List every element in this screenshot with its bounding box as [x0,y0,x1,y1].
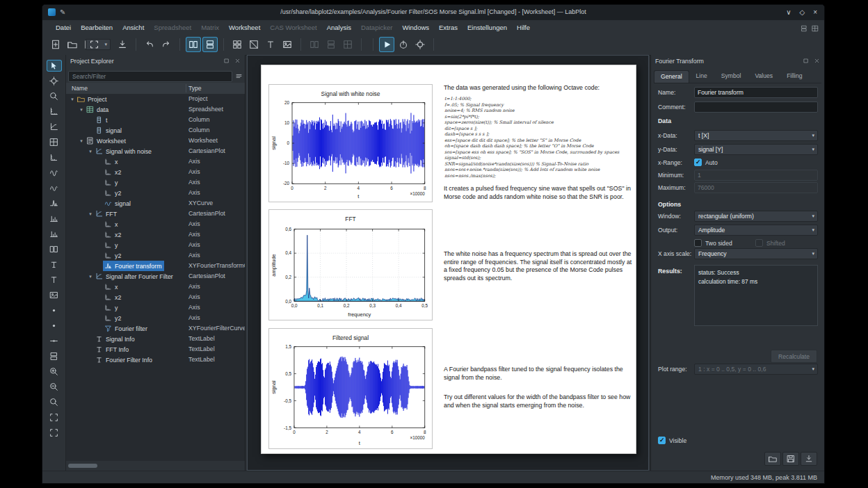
add-axis-button[interactable] [47,152,62,163]
navigate-mode-button[interactable] [379,37,394,52]
add-reference-range-button[interactable] [47,350,62,362]
tab-values[interactable]: Values [748,70,780,83]
expander-icon[interactable]: ▾ [87,274,94,279]
menu-ansicht[interactable]: Ansicht [118,22,149,33]
close-panel-icon[interactable] [234,58,241,65]
crosshair-mode-button[interactable] [47,75,62,87]
tree-item[interactable]: y [103,240,120,250]
x-data-select[interactable]: t [X] [694,130,818,141]
menu-worksheet[interactable]: Worksheet [224,22,265,33]
tree-item[interactable]: x2 [103,292,124,302]
y-data-select[interactable]: signal [Y] [694,144,818,155]
dock-layout-icon[interactable] [812,22,819,35]
add-image-button[interactable] [47,289,62,301]
save-config-button[interactable] [782,452,799,466]
zoom-in-button[interactable] [47,366,62,377]
tree-item[interactable]: Signal Info [94,334,138,344]
column-divider[interactable] [186,84,186,92]
octave-code-block[interactable]: t=1:1:4000;f=.05; % Signal frequencynois… [444,96,634,179]
add-bar-plot-button[interactable] [47,228,62,240]
tree-item[interactable]: y2 [103,250,124,261]
float-panel-icon[interactable] [223,58,230,65]
filter-hint-text[interactable]: Try out different values for the width o… [444,393,633,409]
tree-item[interactable]: Worksheet [85,136,129,146]
tree-row-x2[interactable]: x2Axis [66,229,245,240]
signal-info-text[interactable]: It creates a pulsed fixed frequency sine… [444,185,633,201]
tree-row-signal-with-noise[interactable]: ▾Signal with noiseCartesianPlot [66,146,245,156]
tab-filling[interactable]: Filling [780,70,809,83]
menu-hilfe[interactable]: Hilfe [512,22,535,33]
add-xy-curve-button[interactable] [47,167,62,179]
filter-options-icon[interactable] [235,70,243,83]
tree-item[interactable]: x2 [103,167,124,177]
maximize-button[interactable]: ◇ [799,8,805,17]
fft-info-text[interactable]: The white noise has a frequency spectrum… [444,250,633,282]
select-mode-button[interactable] [47,60,62,72]
float-dock-icon[interactable] [803,58,809,65]
menu-windows[interactable]: Windows [397,22,434,33]
tree-item[interactable]: Signal with noise [94,146,154,156]
tree-row-y2[interactable]: y2Axis [66,250,245,261]
tree-row-fourier-transform[interactable]: Fourier transformXYFourierTransformCurve [66,261,245,271]
add-info-element-button[interactable] [47,304,62,316]
two-sided-checkbox[interactable] [694,239,702,247]
titlebar[interactable]: ✎ /usr/share/labplot2/examples/Analysis/… [42,5,824,20]
tree-item[interactable]: FFT Info [94,344,131,355]
tree-item[interactable]: Signal after Fourier Filter [94,271,176,282]
window-select[interactable]: rectangular (uniform) [694,211,818,222]
octave-intro-text[interactable]: The data was generated using the followi… [444,84,633,92]
tab-line[interactable]: Line [689,70,714,83]
toolbar-config-icon[interactable] [801,22,807,35]
tree-row-signal[interactable]: signalXYCurve [66,198,245,209]
dock-header[interactable]: Fourier Transform [651,55,824,67]
zoom-origin-button[interactable] [47,396,62,408]
export-button[interactable] [115,37,130,52]
tree-row-project[interactable]: ▾ProjectProject [66,94,245,104]
tree-item[interactable]: y2 [103,188,124,198]
tree-row-t[interactable]: tColumn [66,115,245,125]
expander-icon[interactable]: ▾ [87,211,94,217]
tree-column-header[interactable]: Name Type [66,83,245,95]
add-custom-point-button[interactable] [47,320,62,332]
tree-item[interactable]: Fourier transform [103,261,164,271]
tree-row-signal[interactable]: signalColumn [66,125,245,136]
tree-item[interactable]: x2 [103,229,124,240]
tab-symbol[interactable]: Symbol [714,70,748,83]
menu-analysis[interactable]: Analysis [322,22,356,33]
column-header-type[interactable]: Type [188,85,202,92]
tree-item[interactable]: x [103,219,120,229]
plot-filtered-signal[interactable]: Filtered signal02468-1,5-0,50,51,5t×1000… [268,328,433,449]
magnification-select[interactable] [86,39,111,50]
visible-checkbox[interactable] [658,437,666,444]
tree-row-x[interactable]: xAxis [66,219,245,229]
expander-icon[interactable]: ▾ [78,138,85,144]
tree-item[interactable]: t [94,115,110,125]
tree-item[interactable]: Project [76,94,109,104]
grid-layout-button[interactable] [230,37,245,52]
tab-general[interactable]: General [654,70,689,83]
plot-signal-with-noise[interactable]: Signal with white noise02468-20-1001020t… [268,84,433,202]
tree-row-fourier-filter[interactable]: Fourier filterXYFourierFilterCurve [66,323,245,334]
zoom-out-button[interactable] [47,381,62,393]
add-cartesian-plot-two-axes-button[interactable] [47,121,62,133]
load-config-button[interactable] [764,452,781,466]
power-button[interactable] [396,37,411,52]
auto-checkbox[interactable] [694,158,702,166]
tree-row-data[interactable]: ▾dataSpreadsheet [66,104,245,115]
worksheet-view[interactable]: Signal with white noise02468-20-1001020t… [247,55,649,471]
add-equation-curve-button[interactable] [47,182,62,194]
tree-item[interactable]: Fourier Filter Info [94,355,155,365]
add-plot-template-button[interactable] [47,136,62,148]
tree-row-y[interactable]: yAxis [66,302,245,313]
add-cartesian-plot-button[interactable] [47,106,62,117]
new-file-button[interactable] [48,37,63,52]
add-reference-line-button[interactable] [47,335,62,347]
expander-icon[interactable]: ▾ [87,149,94,154]
scrollbar-thumb[interactable] [68,464,97,468]
tree-row-y[interactable]: yAxis [66,177,245,188]
menu-einstellungen[interactable]: Einstellungen [463,22,512,33]
tree-row-x2[interactable]: x2Axis [66,292,245,302]
minimize-button[interactable]: ∨ [786,8,791,17]
add-text-label-button[interactable] [47,274,62,286]
tree-item[interactable]: FFT [94,209,120,219]
